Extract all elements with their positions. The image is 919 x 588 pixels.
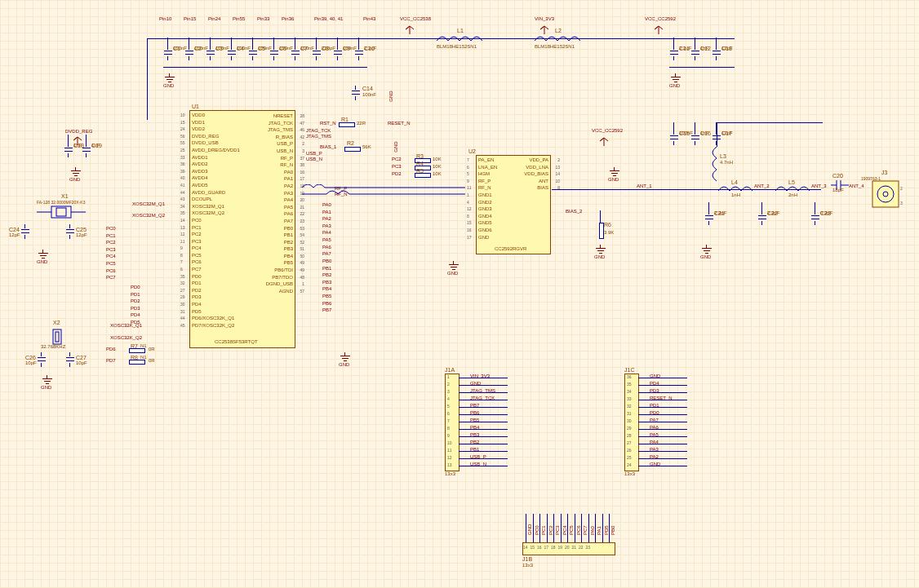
net-rstn: RST_N — [320, 121, 336, 126]
net-usbn: USB_N — [306, 157, 322, 161]
pd-nets: PD0PD1PD2PD3PD4PD5 — [131, 285, 140, 327]
net-reset-n: RESET_N — [388, 121, 411, 126]
net-ant4: ANT_4 — [849, 183, 864, 188]
r1 — [339, 122, 355, 127]
gnd-symbol — [41, 375, 54, 385]
gnd-symbol — [669, 73, 682, 83]
gnd-symbol — [700, 245, 713, 254]
u2-cc2592: U2 CC2592RGVR 7PA_EN6LNA_EN5HGM9RF_P11RF… — [476, 155, 551, 254]
net-bias2: BIAS_2 — [566, 209, 582, 214]
net-jtag-tms: JTAG_TMS — [306, 134, 331, 139]
gnd-symbol — [447, 261, 460, 271]
net-xosc32k-q1: XOSC32K_Q1 — [110, 323, 142, 328]
gnd-symbol — [69, 167, 82, 177]
gnd-symbol — [37, 250, 50, 259]
pc-nets: PC0PC1PC2PC3PC4PC5PC6PC7 — [106, 226, 116, 282]
net-ant3: ANT_3 — [811, 183, 827, 188]
r2 — [344, 147, 361, 152]
u1-cc2538: U1 CC2538SF53RTQT 10VDD015VDD124VDD256DV… — [189, 110, 295, 348]
vcc-cc2592-label2: VCC_CC2592 — [592, 128, 623, 133]
pb-nets: PB0PB1PB2PB3PB4PB5PB6PB7 — [322, 259, 331, 315]
vcc-cc2592-label: VCC_CC2592 — [645, 16, 676, 21]
pa-nets: PA0PA1PA2PA3PA4PA5PA6PA7 — [322, 202, 331, 259]
net-ant2: ANT_2 — [754, 183, 770, 188]
net-xosc32k-q2: XOSC32K_Q2 — [110, 335, 142, 340]
vcc-cc2538-label: VCC_CC2538 — [400, 16, 431, 21]
j1c-ref: J1C — [624, 367, 634, 373]
j1b-ref: J1B — [522, 556, 532, 562]
net-bias1: BIAS_1 — [320, 144, 336, 149]
gnd-symbol — [339, 352, 352, 362]
net-xosc32m-q1: XOSC32M_Q1 — [132, 201, 165, 206]
vin-3v3-label: VIN_3V3 — [535, 16, 554, 21]
net-ant1: ANT_1 — [637, 183, 652, 188]
rail-wire — [147, 38, 148, 120]
gnd-symbol — [594, 245, 607, 254]
gnd-symbol — [163, 73, 176, 83]
dvdd-reg-label: DVDD_REG — [65, 129, 92, 134]
net-usbp: USB_P — [306, 151, 322, 156]
svg-rect-5 — [55, 332, 59, 342]
svg-rect-3 — [56, 208, 66, 216]
net-xosc32m-q2: XOSC32M_Q2 — [132, 213, 165, 218]
gnd-symbol — [608, 167, 621, 177]
net-jtag-tck: JTAG_TCK — [306, 128, 331, 133]
svg-rect-10 — [872, 181, 899, 207]
j1a-ref: J1A — [445, 367, 455, 373]
